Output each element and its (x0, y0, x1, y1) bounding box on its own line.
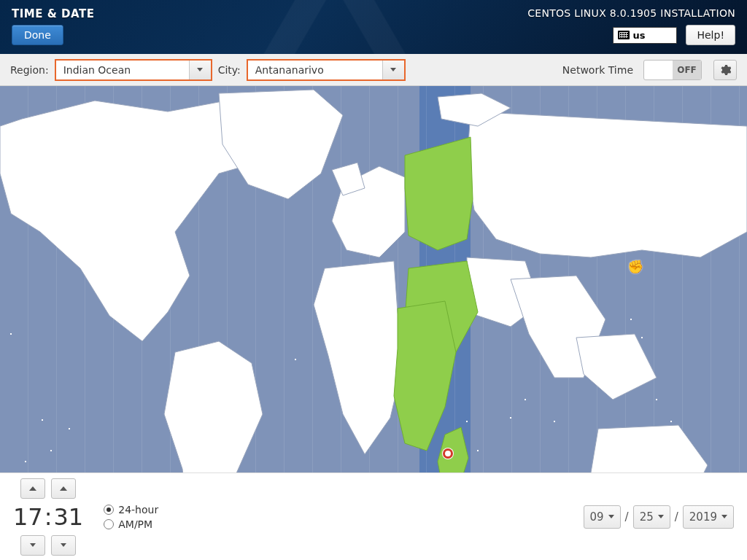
city-dropdown-button[interactable] (382, 61, 404, 79)
chevron-down-icon (61, 543, 66, 547)
time-format-group: 24-hour AM/PM (104, 504, 158, 530)
time-display: 17 : 31 (13, 503, 83, 531)
network-time-toggle[interactable]: OFF (643, 60, 702, 80)
chevron-down-icon (658, 515, 664, 518)
hour-value: 17 (13, 503, 43, 531)
radio-dot-icon (104, 519, 114, 529)
installer-title: CENTOS LINUX 8.0.1905 INSTALLATION (527, 7, 735, 19)
date-sep: / (675, 510, 678, 524)
controls-bar: Region: Indian Ocean City: Antananarivo … (0, 54, 747, 86)
toggle-on-half (644, 61, 673, 79)
region-value: Indian Ocean (56, 61, 189, 79)
selected-location-pin (443, 448, 453, 459)
radio-ampm-label: AM/PM (118, 518, 152, 530)
help-button[interactable]: Help! (686, 25, 735, 45)
chevron-down-icon (30, 543, 36, 547)
gear-icon (719, 64, 731, 76)
date-selectors: 09 / 25 / 2019 (584, 505, 735, 529)
radio-dot-icon (104, 505, 114, 515)
keyboard-layout-indicator[interactable]: us (613, 27, 677, 44)
toggle-off-half: OFF (673, 61, 701, 79)
month-combo[interactable]: 09 (584, 505, 621, 529)
grab-cursor-icon: ✊ (627, 259, 643, 274)
radio-24hour[interactable]: 24-hour (104, 504, 158, 516)
done-button[interactable]: Done (12, 25, 63, 45)
city-label: City: (218, 64, 241, 76)
network-time-settings-button[interactable] (713, 60, 737, 80)
keyboard-icon (618, 31, 630, 39)
world-map-svg (0, 86, 747, 472)
chevron-up-icon (29, 486, 36, 491)
year-combo[interactable]: 2019 (683, 505, 734, 529)
minute-value: 31 (54, 503, 84, 531)
year-value: 2019 (689, 510, 717, 524)
minute-up-button[interactable] (51, 478, 76, 499)
day-value: 25 (640, 510, 654, 524)
day-combo[interactable]: 25 (633, 505, 670, 529)
region-label: Region: (10, 64, 49, 76)
radio-24hour-label: 24-hour (118, 504, 158, 516)
timezone-map[interactable]: ✊ (0, 86, 747, 472)
hour-down-button[interactable] (20, 535, 45, 556)
city-value: Antananarivo (248, 61, 382, 79)
region-combo[interactable]: Indian Ocean (55, 59, 212, 81)
network-time-label: Network Time (562, 64, 633, 76)
region-dropdown-button[interactable] (189, 61, 211, 79)
page-title: TIME & DATE (12, 7, 94, 20)
minute-down-button[interactable] (51, 535, 76, 556)
chevron-down-icon (721, 515, 727, 518)
chevron-down-icon (608, 515, 614, 518)
chevron-down-icon (390, 68, 396, 71)
chevron-up-icon (60, 486, 67, 491)
city-combo[interactable]: Antananarivo (247, 59, 406, 81)
chevron-down-icon (197, 68, 203, 71)
date-sep: / (625, 510, 629, 524)
radio-ampm[interactable]: AM/PM (104, 518, 158, 530)
time-separator: : (44, 503, 53, 531)
month-value: 09 (590, 510, 604, 524)
time-stepper: 17 : 31 (13, 478, 83, 556)
header: TIME & DATE Done CENTOS LINUX 8.0.1905 I… (0, 0, 747, 54)
keyboard-layout-text: us (632, 30, 645, 41)
bottom-bar: 17 : 31 24-hour AM/PM 09 / 25 / (0, 472, 747, 560)
hour-up-button[interactable] (20, 478, 45, 499)
